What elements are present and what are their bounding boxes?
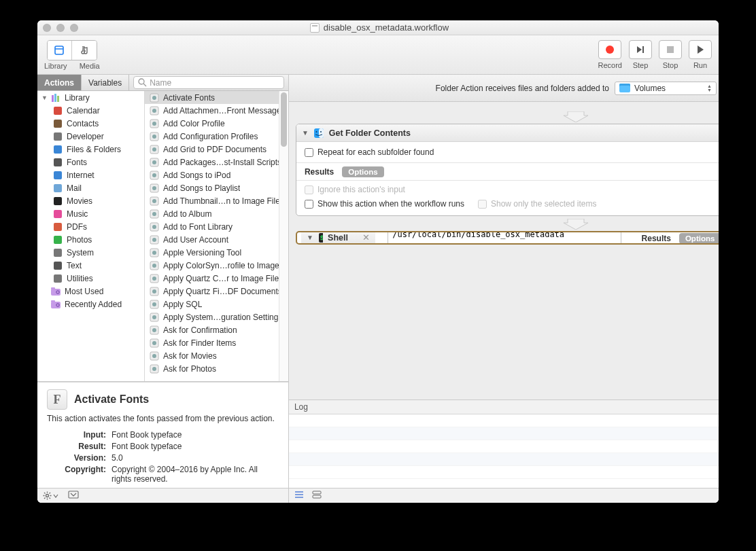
minimize-window-button[interactable]	[56, 24, 65, 32]
action-list[interactable]: Activate FontsAdd Attachmen…Front Messag…	[145, 91, 288, 381]
action-item[interactable]: Add User Account	[145, 233, 288, 246]
receives-folder-select[interactable]: Volumes ▲▼	[615, 82, 717, 95]
detail-description: This action activates the fonts passed f…	[47, 414, 279, 423]
svg-point-57	[152, 264, 156, 268]
log-row	[289, 453, 719, 466]
close-window-button[interactable]	[43, 24, 51, 32]
search-input[interactable]: Name	[133, 76, 284, 89]
media-toggle[interactable]	[72, 41, 97, 60]
category-smart-item[interactable]: ▶Most Used	[37, 285, 144, 298]
left-footer	[37, 488, 288, 503]
action-item[interactable]: Add Songs to Playlist	[145, 181, 288, 194]
run-label: Run	[693, 61, 707, 69]
action-item[interactable]: Add Attachmen…Front Message	[145, 104, 288, 117]
action-item[interactable]: Add Grid to PDF Documents	[145, 143, 288, 156]
svg-rect-22	[54, 262, 62, 270]
stop-label: Stop	[663, 61, 678, 69]
category-item[interactable]: Files & Folders	[37, 143, 144, 156]
category-item[interactable]: Movies	[37, 194, 144, 207]
shell-script-textarea[interactable]: /usr/local/bin/disable_osx_metadata	[388, 231, 621, 245]
repeat-subfolder-checkbox[interactable]: Repeat for each subfolder found	[305, 147, 719, 157]
action-item[interactable]: Ask for Finder Items	[145, 336, 288, 349]
action-list-scrollbar[interactable]	[279, 91, 288, 381]
category-item[interactable]: Developer	[37, 130, 144, 143]
action-item[interactable]: Add Color Profile	[145, 117, 288, 130]
svg-point-2	[606, 46, 614, 54]
right-footer	[289, 488, 719, 503]
category-item[interactable]: PDFs	[37, 220, 144, 233]
category-list[interactable]: ▼LibraryCalendarContactsDeveloperFiles &…	[37, 91, 145, 381]
svg-point-61	[152, 289, 156, 294]
library-toggle[interactable]	[48, 41, 72, 60]
category-item[interactable]: System	[37, 246, 144, 259]
category-library-root[interactable]: ▼Library	[37, 91, 144, 104]
tab-variables[interactable]: Variables	[82, 75, 129, 90]
action-item[interactable]: Add to Font Library	[145, 220, 288, 233]
action-item[interactable]: Activate Fonts	[145, 91, 288, 104]
action-item[interactable]: Ask for Confirmation	[145, 323, 288, 336]
remove-action-button[interactable]: ✕	[362, 232, 370, 243]
action-item[interactable]: Add Configuration Profiles	[145, 130, 288, 143]
action-item[interactable]: Apply SQL	[145, 298, 288, 310]
action-item[interactable]: Apply Quartz Fi…DF Documents	[145, 285, 288, 298]
svg-point-41	[152, 160, 156, 164]
action-item[interactable]: Ask for Movies	[145, 349, 288, 362]
receives-folder-value: Volumes	[634, 84, 666, 93]
zoom-window-button[interactable]	[70, 24, 78, 32]
svg-line-81	[50, 493, 51, 494]
action-item[interactable]: Add Packages…st-Install Scripts	[145, 156, 288, 168]
action-item[interactable]: Add to Album	[145, 207, 288, 220]
category-item[interactable]: Contacts	[37, 117, 144, 130]
category-item[interactable]: Mail	[37, 181, 144, 194]
action-item[interactable]: Apply System…guration Settings	[145, 310, 288, 323]
category-item[interactable]: Photos	[37, 233, 144, 246]
action-item[interactable]: Ask for Photos	[145, 362, 288, 375]
run-button[interactable]	[689, 40, 712, 59]
action-run-shell-script[interactable]: ▼ $_ Run Shell Script ✕ Shell: /bin/bash…	[296, 231, 719, 245]
category-item[interactable]: Internet	[37, 168, 144, 181]
options-tab[interactable]: Options	[342, 166, 383, 177]
window-controls	[43, 24, 78, 32]
category-item[interactable]: Utilities	[37, 272, 144, 285]
action-get-folder-contents[interactable]: ▼ Get Folder Contents ✕ Repeat for each …	[296, 124, 719, 216]
category-smart-item[interactable]: ▶Recently Added	[37, 298, 144, 310]
disclosure-triangle[interactable]: ▼	[307, 234, 313, 241]
svg-rect-19	[54, 223, 62, 231]
svg-rect-11	[54, 120, 62, 128]
run-icon	[695, 44, 706, 55]
step-button[interactable]	[629, 40, 652, 59]
action-item[interactable]: Add Songs to iPod	[145, 168, 288, 181]
gear-menu[interactable]	[43, 491, 58, 500]
action-item[interactable]: Add Thumbnail…n to Image Files	[145, 194, 288, 207]
svg-line-79	[44, 493, 46, 494]
library-tabs: Actions Variables Name	[37, 75, 288, 91]
category-item[interactable]: Fonts	[37, 156, 144, 168]
category-item[interactable]: Calendar	[37, 104, 144, 117]
options-tab[interactable]: Options	[679, 233, 719, 244]
tab-actions[interactable]: Actions	[37, 75, 82, 90]
disclosure-triangle[interactable]: ▼	[302, 129, 309, 137]
workflow-pane: Folder Action receives files and folders…	[289, 75, 719, 503]
results-tab[interactable]: Results	[305, 167, 334, 177]
view-flow-button[interactable]	[312, 491, 322, 501]
record-button[interactable]	[598, 40, 621, 59]
stop-icon	[665, 44, 676, 55]
window-title-text: disable_osx_metadata.workflow	[324, 22, 449, 33]
svg-point-45	[152, 186, 156, 190]
action-item[interactable]: Apply Quartz C…r to Image Files	[145, 272, 288, 285]
workflow-canvas[interactable]: ▼ Get Folder Contents ✕ Repeat for each …	[289, 102, 719, 399]
log-column-header[interactable]: Log	[289, 400, 719, 414]
category-item[interactable]: Music	[37, 207, 144, 220]
stop-button[interactable]	[659, 40, 682, 59]
toggle-detail-button[interactable]	[68, 491, 79, 501]
svg-point-55	[152, 251, 156, 255]
category-item[interactable]: Text	[37, 259, 144, 272]
show-when-runs-checkbox[interactable]: Show this action when the workflow runs	[305, 199, 464, 209]
detail-icon: F	[47, 389, 67, 410]
results-tab[interactable]: Results	[642, 234, 671, 243]
view-list-button[interactable]	[294, 491, 304, 501]
action-item[interactable]: Apply ColorSyn…rofile to Images	[145, 259, 288, 272]
library-media-segment	[47, 40, 97, 60]
action-item[interactable]: Apple Versioning Tool	[145, 246, 288, 259]
scrollbar-thumb[interactable]	[281, 92, 287, 147]
